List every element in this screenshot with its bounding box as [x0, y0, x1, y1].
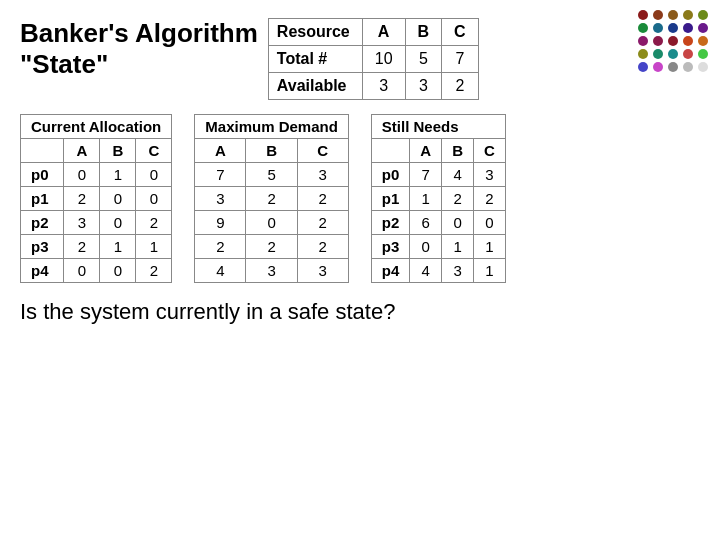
needs-cell: p1	[371, 187, 410, 211]
alloc-cell: 0	[64, 163, 100, 187]
dot	[698, 23, 708, 33]
resource-header-cell: B	[405, 19, 442, 46]
needs-cell: 2	[442, 187, 474, 211]
resource-cell: 7	[442, 46, 479, 73]
needs-cell: 1	[474, 235, 506, 259]
current-allocation-label: Current Allocation	[21, 115, 172, 139]
needs-col-header: B	[442, 139, 474, 163]
resource-cell: 2	[442, 73, 479, 100]
alloc-cell: 2	[136, 259, 172, 283]
top-section: Banker's Algorithm "State" ResourceABCTo…	[20, 18, 700, 100]
max-cell: 3	[297, 259, 348, 283]
table-row: p2302	[21, 211, 172, 235]
resource-cell: 3	[405, 73, 442, 100]
alloc-cell: 0	[100, 211, 136, 235]
table-row: p3211	[21, 235, 172, 259]
resource-header-cell: C	[442, 19, 479, 46]
needs-cell: p4	[371, 259, 410, 283]
alloc-cell: 2	[64, 235, 100, 259]
resource-cell: Total #	[268, 46, 362, 73]
resource-cell: 5	[405, 46, 442, 73]
table-row: 902	[195, 211, 349, 235]
bottom-question: Is the system currently in a safe state?	[20, 299, 700, 325]
alloc-col-header: B	[100, 139, 136, 163]
dot	[668, 23, 678, 33]
alloc-cell: p4	[21, 259, 64, 283]
title-line1: Banker's Algorithm	[20, 18, 258, 49]
dot	[683, 23, 693, 33]
alloc-cell: 1	[100, 163, 136, 187]
max-cell: 7	[195, 163, 246, 187]
table-row: p0743	[371, 163, 505, 187]
table-row: 433	[195, 259, 349, 283]
resource-cell: 10	[362, 46, 405, 73]
table-row: p1122	[371, 187, 505, 211]
decorative-dots	[638, 10, 710, 72]
needs-cell: p2	[371, 211, 410, 235]
alloc-col-header	[21, 139, 64, 163]
max-cell: 2	[195, 235, 246, 259]
alloc-cell: p3	[21, 235, 64, 259]
dot	[668, 10, 678, 20]
needs-col-header	[371, 139, 410, 163]
max-col-header: A	[195, 139, 246, 163]
dot	[653, 23, 663, 33]
table-row: p4002	[21, 259, 172, 283]
still-needs-table: Still NeedsABCp0743p1122p2600p3011p4431	[371, 114, 506, 283]
alloc-col-header: C	[136, 139, 172, 163]
dot	[698, 49, 708, 59]
alloc-cell: p0	[21, 163, 64, 187]
alloc-cell: 0	[136, 163, 172, 187]
max-cell: 0	[246, 211, 297, 235]
title-block: Banker's Algorithm "State"	[20, 18, 258, 80]
dot	[698, 36, 708, 46]
resource-cell: 3	[362, 73, 405, 100]
table-row: 222	[195, 235, 349, 259]
dot	[668, 36, 678, 46]
max-col-header: B	[246, 139, 297, 163]
needs-cell: 0	[442, 211, 474, 235]
max-cell: 2	[246, 187, 297, 211]
title-line2: "State"	[20, 49, 258, 80]
current-allocation-table: Current AllocationABCp0010p1200p2302p321…	[20, 114, 172, 283]
max-cell: 5	[246, 163, 297, 187]
table-row: p4431	[371, 259, 505, 283]
table-row: p1200	[21, 187, 172, 211]
resource-table: ResourceABCTotal #1057Available332	[268, 18, 479, 100]
table-row: p3011	[371, 235, 505, 259]
table-row: 322	[195, 187, 349, 211]
needs-cell: p0	[371, 163, 410, 187]
alloc-cell: 1	[136, 235, 172, 259]
dot	[653, 36, 663, 46]
dot	[683, 62, 693, 72]
alloc-cell: p1	[21, 187, 64, 211]
needs-cell: 1	[474, 259, 506, 283]
dot	[638, 23, 648, 33]
resource-cell: Available	[268, 73, 362, 100]
alloc-cell: 2	[64, 187, 100, 211]
needs-cell: 4	[410, 259, 442, 283]
max-demand-table: Maximum DemandABC753322902222433	[194, 114, 349, 283]
needs-cell: 0	[410, 235, 442, 259]
main-container: Banker's Algorithm "State" ResourceABCTo…	[0, 0, 720, 540]
dot	[653, 62, 663, 72]
needs-col-header: A	[410, 139, 442, 163]
max-demand-label: Maximum Demand	[195, 115, 349, 139]
alloc-cell: 0	[100, 259, 136, 283]
needs-cell: 1	[410, 187, 442, 211]
dot	[638, 49, 648, 59]
max-cell: 2	[246, 235, 297, 259]
dot	[638, 36, 648, 46]
max-cell: 2	[297, 211, 348, 235]
needs-cell: 4	[442, 163, 474, 187]
needs-cell: 1	[442, 235, 474, 259]
dot	[653, 10, 663, 20]
dot	[683, 36, 693, 46]
needs-cell: 6	[410, 211, 442, 235]
needs-col-header: C	[474, 139, 506, 163]
alloc-cell: 0	[100, 187, 136, 211]
table-row: p2600	[371, 211, 505, 235]
dot	[683, 49, 693, 59]
dot	[668, 62, 678, 72]
bottom-section: Current AllocationABCp0010p1200p2302p321…	[20, 114, 700, 283]
